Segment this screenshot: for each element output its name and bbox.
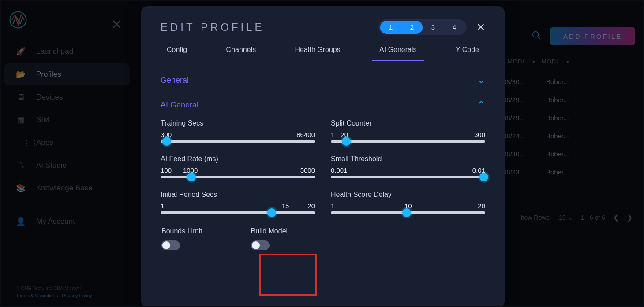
bg-table: ▾MODI... ▾ MODI... ▾ 08/30...Bober... 08… [503,58,635,181]
slider-track[interactable] [331,176,485,178]
slider-thumb[interactable] [187,173,196,181]
slider-track[interactable] [161,140,315,143]
sidebar-item-launchpad[interactable]: 🚀 Launchpad [4,41,130,63]
sidebar-item-knowledge-base[interactable]: 📚 Knowledge Base [4,177,130,199]
rocket-icon: 🚀 [15,47,26,56]
toggle-bounds-limit-block: Bounds Limit [161,227,202,250]
step-2[interactable]: 2 [401,21,423,34]
sidebar-item-label: SIM [36,115,49,124]
pager-next-icon[interactable]: ❯ [627,213,633,222]
pager: how Rows: 10 ⌄ 1 - 6 of 6 ❮ ❯ [521,213,633,222]
sidebar-item-label: Devices [36,93,63,102]
app-logo [8,10,28,30]
close-icon[interactable]: ✕ [111,17,122,32]
annotation-highlight [259,254,317,296]
chevron-down-icon: ⌄ [568,214,573,221]
slider-thumb[interactable] [267,208,276,217]
slider-track[interactable] [331,211,485,214]
sidebar-item-ai-studio[interactable]: 〽 AI Studio [4,155,130,176]
tab-config[interactable]: Config [163,46,191,61]
slider-thumb[interactable] [479,173,488,181]
search-icon[interactable] [532,30,541,42]
tab-health-groups[interactable]: Health Groups [292,46,344,61]
pager-prev-icon[interactable]: ❮ [613,213,619,222]
sidebar-item-apps[interactable]: ⋮⋮⋮ Apps [4,132,130,154]
section-ai-general-header[interactable]: AI General ⌃ [161,99,485,111]
edit-profile-modal: EDIT PROFILE 1 2 3 4 ✕ Config Channels H… [141,6,505,307]
sidebar-item-label: AI Studio [36,161,67,170]
step-4[interactable]: 4 [444,21,465,34]
section-general: General ⌄ [161,74,485,86]
add-profile-button[interactable]: ADD PROFILE [550,27,635,45]
sidebar-item-devices[interactable]: 🖥 Devices [4,86,130,108]
main-header: ADD PROFILE [532,27,635,45]
table-row[interactable]: 08/29...Bober... [503,91,635,109]
svg-point-1 [533,32,539,37]
section-general-header[interactable]: General ⌄ [161,74,485,86]
sidebar-item-my-account[interactable]: 👤 My Account [4,211,130,233]
slider-split-counter: Split Counter 120 300 [331,119,485,143]
step-indicator: 1 2 3 4 [378,19,467,35]
footer-privacy-link[interactable]: Privacy Policy [62,293,92,298]
sidebar-item-label: My Account [36,217,75,226]
slider-thumb[interactable] [402,208,411,217]
footer-terms-link[interactable]: Terms & Conditions [16,293,58,298]
chevron-up-icon: ⌃ [477,99,485,111]
table-row[interactable]: 08/29...Bober... [503,109,635,127]
modal-tabs: Config Channels Health Groups AI General… [161,46,485,61]
tab-y-code[interactable]: Y Code [452,46,483,61]
sim-icon: ▦ [15,115,26,125]
modal-title: EDIT PROFILE [161,21,265,33]
tab-channels[interactable]: Channels [223,46,260,61]
slider-track[interactable] [161,176,315,178]
sidebar-item-label: Launchpad [36,47,73,56]
slider-track[interactable] [331,140,485,143]
table-row[interactable]: 08/30...Bober... [503,145,635,163]
table-row[interactable]: 08/23...Bober... [503,163,635,181]
slider-thumb[interactable] [162,137,171,146]
step-3[interactable]: 3 [423,21,444,34]
sidebar-item-sim[interactable]: ▦ SIM [4,109,130,131]
pager-range: 1 - 6 of 6 [581,214,605,221]
modal-close-icon[interactable]: ✕ [476,21,485,33]
filter-icon[interactable]: ▾ [532,59,535,65]
sidebar-item-label: Apps [36,138,53,147]
slider-track[interactable] [161,211,315,214]
slider-ai-feed-rate: AI Feed Rate (ms) 1001000 5000 [161,155,315,178]
filter-icon[interactable]: ▾ [566,59,569,65]
user-icon: 👤 [15,217,26,226]
slider-health-delay: Health Score Delay 1 10 20 [331,191,485,214]
slider-initial-period: Initial Period Secs 1 1520 [161,191,315,214]
toggle-build-model[interactable] [251,240,270,250]
step-1[interactable]: 1 [380,21,401,34]
slider-thumb[interactable] [342,137,351,146]
table-row[interactable]: 08/24...Bober... [503,127,635,145]
table-row[interactable]: 08/30...Bober... [503,73,635,91]
sidebar-item-profiles[interactable]: 📂 Profiles [4,63,130,85]
slider-small-threshold: Small Threshold 0.001 0.01 [331,155,485,178]
folder-icon: 📂 [15,70,26,79]
toggle-build-model-block: Build Model [251,227,288,250]
sidebar: ✕ 🚀 Launchpad 📂 Profiles 🖥 Devices ▦ SIM… [1,1,133,306]
grid-icon: ⋮⋮⋮ [15,138,26,148]
section-ai-general: AI General ⌃ Training Secs 300 86400 Spl… [161,99,485,250]
sidebar-item-label: Knowledge Base [36,184,93,192]
footer-copyright: © ONE Tech, Inc DBA MicroAI [16,285,92,292]
pulse-icon: 〽 [15,161,26,170]
books-icon: 📚 [15,183,26,193]
toggle-bounds-limit[interactable] [161,240,180,250]
bg-table-head: ▾MODI... ▾ MODI... ▾ [503,58,635,65]
chevron-down-icon: ⌄ [477,74,485,86]
slider-training-secs: Training Secs 300 86400 [161,119,315,143]
tab-ai-generals[interactable]: AI Generals [376,46,420,61]
sidebar-item-label: Profiles [36,70,61,79]
monitor-icon: 🖥 [15,92,26,102]
pager-size-select[interactable]: 10 ⌄ [559,214,573,221]
footer: © ONE Tech, Inc DBA MicroAI Terms & Cond… [16,285,92,299]
svg-line-2 [538,37,540,39]
